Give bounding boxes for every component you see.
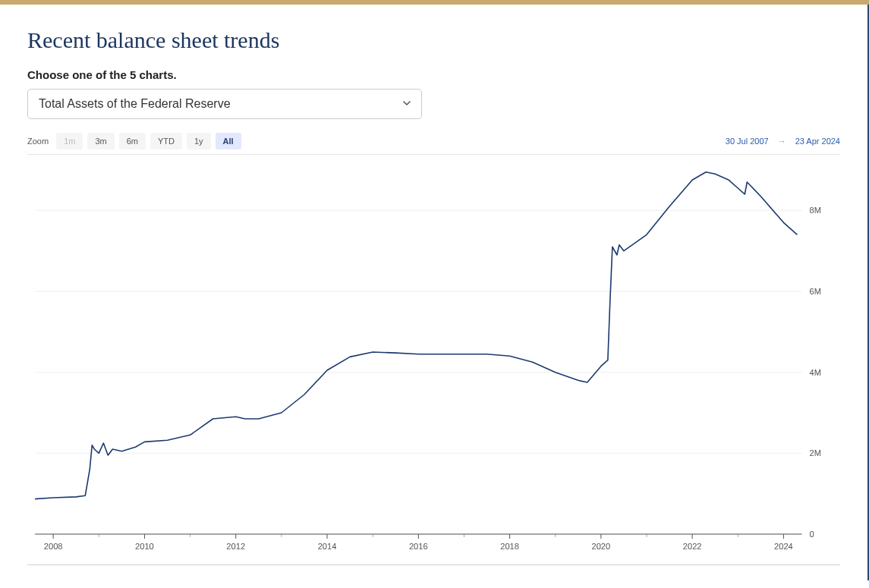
svg-text:4M: 4M — [810, 368, 821, 377]
svg-text:0: 0 — [810, 530, 814, 539]
zoom-all-button[interactable]: All — [216, 133, 241, 149]
svg-text:8M: 8M — [810, 206, 821, 215]
line-chart[interactable]: 02M4M6M8M2008201020122014201620182020202… — [27, 155, 840, 564]
chart-selector-value[interactable]: Total Assets of the Federal Reserve — [27, 89, 422, 119]
chart-frame: 02M4M6M8M2008201020122014201620182020202… — [27, 154, 840, 565]
svg-text:2012: 2012 — [226, 542, 245, 551]
chart-selector[interactable]: Total Assets of the Federal Reserve — [27, 89, 422, 119]
zoom-group: Zoom 1m3m6mYTD1yAll — [27, 133, 241, 149]
arrow-right-icon: → — [778, 137, 786, 146]
zoom-ytd-button[interactable]: YTD — [150, 133, 182, 149]
zoom-6m-button[interactable]: 6m — [119, 133, 146, 149]
date-range: 30 Jul 2007 → 23 Apr 2024 — [726, 137, 840, 146]
zoom-label: Zoom — [27, 137, 49, 146]
main-container: Recent balance sheet trends Choose one o… — [0, 5, 869, 580]
svg-text:2018: 2018 — [500, 542, 519, 551]
svg-text:2022: 2022 — [683, 542, 702, 551]
range-to[interactable]: 23 Apr 2024 — [795, 137, 840, 146]
svg-text:2020: 2020 — [592, 542, 611, 551]
zoom-1y-button[interactable]: 1y — [187, 133, 211, 149]
svg-text:2M: 2M — [810, 448, 821, 458]
page-title: Recent balance sheet trends — [27, 27, 840, 53]
svg-text:6M: 6M — [810, 287, 821, 296]
zoom-buttons: 1m3m6mYTD1yAll — [56, 133, 241, 149]
svg-text:2016: 2016 — [409, 542, 428, 551]
zoom-1m-button: 1m — [56, 133, 83, 149]
zoom-3m-button[interactable]: 3m — [87, 133, 114, 149]
svg-text:2008: 2008 — [44, 542, 63, 551]
range-from[interactable]: 30 Jul 2007 — [726, 137, 769, 146]
svg-text:2024: 2024 — [774, 542, 793, 551]
svg-text:2014: 2014 — [318, 542, 337, 551]
chart-select-prompt: Choose one of the 5 charts. — [27, 68, 840, 81]
svg-text:2010: 2010 — [135, 542, 154, 551]
chart-toolbar: Zoom 1m3m6mYTD1yAll 30 Jul 2007 → 23 Apr… — [27, 133, 840, 149]
